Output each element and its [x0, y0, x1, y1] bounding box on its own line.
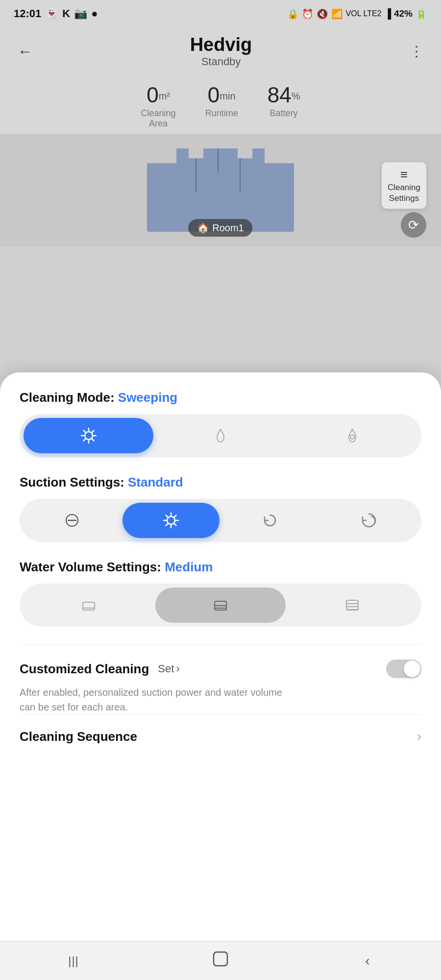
home-icon: 🏠 [197, 222, 209, 234]
water-volume-toggle-group [20, 584, 421, 627]
nav-bar: ||| ‹ [0, 941, 441, 980]
svg-line-28 [166, 523, 169, 526]
cleaning-sequence-chevron: › [417, 729, 421, 744]
bottom-sheet: Cleaning Mode: Sweeping [0, 372, 441, 980]
cleaning-sequence-row[interactable]: Cleaning Sequence › [20, 714, 421, 758]
instagram-icon: 📷 [74, 7, 87, 20]
svg-line-27 [174, 515, 176, 518]
water-low-button[interactable] [24, 588, 153, 623]
svg-rect-7 [238, 148, 252, 158]
suction-standard-button[interactable] [122, 503, 220, 538]
room-label: 🏠 Room1 [188, 219, 252, 237]
runtime-stat: 0min Runtime [205, 83, 238, 129]
back-button[interactable]: ← [18, 43, 32, 60]
device-name: Hedvig [190, 34, 252, 55]
suction-settings-value: Standard [128, 475, 183, 490]
svg-rect-6 [189, 148, 203, 158]
svg-rect-5 [265, 148, 294, 163]
battery-secure-icon: 🔒 [287, 8, 299, 20]
mute-icon: 🔇 [317, 8, 328, 20]
battery-value: 84% [268, 83, 300, 107]
mop-mode-button[interactable] [155, 418, 285, 453]
svg-line-25 [166, 515, 169, 518]
dot-indicator: ● [91, 7, 98, 20]
svg-rect-29 [83, 602, 95, 610]
suction-max-button[interactable] [320, 503, 417, 538]
status-left: 12:01 👻 K 📷 ● [14, 7, 98, 20]
customized-cleaning-section: Customized Cleaning Set › After enabled,… [20, 660, 421, 714]
water-medium-button[interactable] [155, 588, 285, 623]
cleaning-mode-value: Sweeping [118, 390, 177, 405]
status-bar: 12:01 👻 K 📷 ● 🔒 ⏰ 🔇 📶 VOL LTE2 ▐ 42% 🔋 [0, 0, 441, 25]
customized-cleaning-title: Customized Cleaning [20, 662, 149, 677]
cleaning-settings-button[interactable]: ≡ CleaningSettings [382, 162, 426, 209]
chevron-right-icon: › [176, 662, 179, 675]
water-high-button[interactable] [288, 588, 417, 623]
runtime-label: Runtime [205, 108, 238, 119]
suction-settings-label: Suction Settings: Standard [20, 475, 421, 490]
cleaning-settings-icon: ≡ [388, 167, 420, 182]
set-button[interactable]: Set › [158, 662, 179, 675]
runtime-value: 0min [205, 83, 238, 107]
more-button[interactable]: ⋮ [410, 43, 423, 59]
svg-rect-34 [346, 600, 358, 610]
nav-back-button[interactable]: ‹ [353, 946, 382, 976]
sweep-mode-button[interactable] [24, 418, 153, 453]
battery-icon: 🔋 [416, 8, 427, 20]
suction-toggle-group [20, 499, 421, 542]
wifi-icon: 📶 [331, 8, 343, 20]
relocate-button[interactable]: ⟳ [401, 212, 426, 238]
battery-label: Battery [268, 108, 300, 119]
cleaning-area-value: 0m² [141, 83, 176, 107]
cleaning-sequence-title: Cleaning Sequence [20, 729, 137, 744]
cleaning-settings-label: CleaningSettings [388, 182, 420, 204]
battery-stat: 84% Battery [268, 83, 300, 129]
map-area: 🏠 Room1 ≡ CleaningSettings ⟳ [0, 134, 441, 246]
sweep-mop-mode-button[interactable] [288, 418, 417, 453]
customized-cleaning-row: Customized Cleaning Set › [20, 660, 421, 678]
status-right: 🔒 ⏰ 🔇 📶 VOL LTE2 ▐ 42% 🔋 [287, 8, 427, 20]
customized-cleaning-toggle[interactable] [386, 660, 421, 678]
suction-quiet-button[interactable] [24, 503, 121, 538]
svg-line-13 [83, 431, 86, 433]
cleaning-area-stat: 0m² CleaningArea [141, 83, 176, 129]
k-icon: K [62, 7, 70, 20]
signal-icon: ▐ [385, 8, 391, 19]
header-center: Hedvig Standby [190, 34, 252, 68]
battery-percent: 42% [394, 8, 413, 19]
svg-rect-38 [214, 952, 227, 966]
cleaning-mode-toggle-group [20, 414, 421, 457]
suction-strong-button[interactable] [221, 503, 318, 538]
svg-line-14 [91, 439, 94, 441]
water-volume-label: Water Volume Settings: Medium [20, 560, 421, 575]
lte-label: VOL LTE2 [346, 9, 382, 18]
svg-line-26 [174, 523, 176, 526]
cleaning-area-label: CleaningArea [141, 108, 176, 129]
stats-row: 0m² CleaningArea 0min Runtime 84% Batter… [0, 73, 441, 134]
snapchat-icon: 👻 [45, 7, 58, 20]
home-button-icon [213, 951, 228, 970]
back-nav-icon: ‹ [365, 953, 369, 969]
svg-line-16 [83, 439, 86, 441]
alarm-icon: ⏰ [302, 8, 314, 20]
water-volume-value: Medium [165, 560, 213, 574]
svg-rect-4 [147, 148, 176, 163]
svg-line-15 [91, 431, 94, 433]
divider [20, 644, 421, 645]
time-display: 12:01 [14, 7, 41, 20]
svg-point-17 [350, 435, 354, 439]
relocate-icon: ⟳ [408, 218, 419, 233]
device-status: Standby [190, 55, 252, 68]
nav-recent-button[interactable]: ||| [59, 946, 88, 976]
customized-cleaning-description: After enabled, personalized suction powe… [20, 685, 294, 714]
recent-apps-icon: ||| [68, 954, 79, 968]
cleaning-mode-label: Cleaning Mode: Sweeping [20, 390, 421, 405]
room-name: Room1 [212, 222, 244, 234]
app-header: ← Hedvig Standby ⋮ [0, 25, 441, 73]
nav-home-button[interactable] [206, 946, 235, 976]
